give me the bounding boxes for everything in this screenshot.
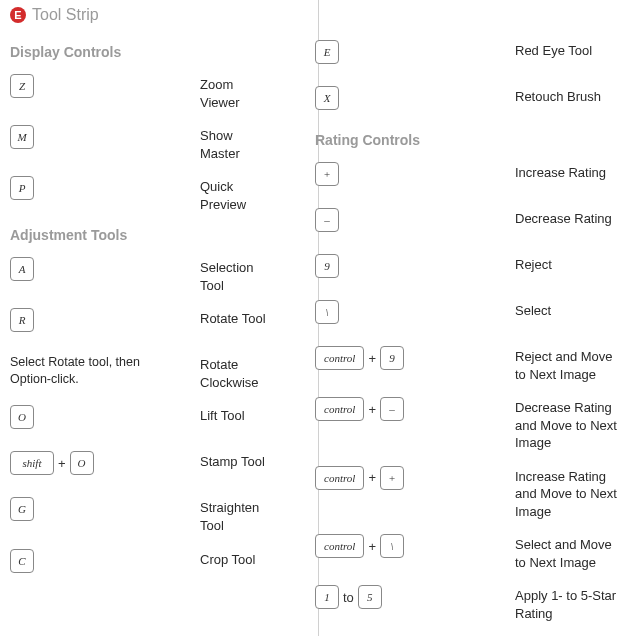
shortcut-row: M Show Master <box>10 125 267 162</box>
key: \ <box>315 300 339 324</box>
key: C <box>10 549 34 573</box>
shortcut-desc: Select <box>515 300 625 320</box>
keys-cell: + <box>315 162 515 186</box>
key: P <box>10 176 34 200</box>
shortcut-desc: Decrease Rating and Move to Next Image <box>515 397 625 452</box>
keys-cell: \ <box>315 300 515 324</box>
shortcut-row: P Quick Preview <box>10 176 267 213</box>
shortcut-desc: Selection Tool <box>200 257 267 294</box>
key: + <box>380 466 404 490</box>
key-control: control <box>315 346 364 370</box>
shortcut-desc: Crop Tool <box>200 549 267 569</box>
key: 9 <box>380 346 404 370</box>
keys-cell: R <box>10 308 200 332</box>
keys-cell: M <box>10 125 200 149</box>
key-shift: shift <box>10 451 54 475</box>
range-connector: to <box>343 590 354 605</box>
section-display-controls: Display Controls <box>10 44 267 60</box>
shortcut-row: control + – Decrease Rating and Move to … <box>315 397 625 452</box>
plus-icon: + <box>368 539 376 554</box>
plus-icon: + <box>368 351 376 366</box>
keys-cell: shift + O <box>10 451 200 475</box>
key-control: control <box>315 466 364 490</box>
shortcut-row: A Selection Tool <box>10 257 267 294</box>
shortcut-row: 9 Reject <box>315 254 625 286</box>
keys-cell: X <box>315 86 515 110</box>
shortcut-row: E Red Eye Tool <box>315 40 625 72</box>
plus-icon: + <box>58 456 66 471</box>
key: 5 <box>358 585 382 609</box>
key: M <box>10 125 34 149</box>
plus-icon: + <box>368 402 376 417</box>
page-columns: Display Controls Z Zoom Viewer M Show Ma… <box>10 40 625 636</box>
key: + <box>315 162 339 186</box>
shortcut-desc: Rotate Tool <box>200 308 267 328</box>
keys-cell: control + + <box>315 466 515 490</box>
shortcut-row: O Lift Tool <box>10 405 267 437</box>
key: A <box>10 257 34 281</box>
shortcut-row: + Increase Rating <box>315 162 625 194</box>
keys-cell: P <box>10 176 200 200</box>
plus-icon: + <box>368 470 376 485</box>
shortcut-row: control + + Increase Rating and Move to … <box>315 466 625 521</box>
shortcut-row: Select Rotate tool, then Option-click. R… <box>10 354 267 391</box>
keys-cell: G <box>10 497 200 521</box>
key: 9 <box>315 254 339 278</box>
key-control: control <box>315 534 364 558</box>
key: \ <box>380 534 404 558</box>
keys-cell: control + – <box>315 397 515 421</box>
keys-cell: 1 to 5 <box>315 585 515 609</box>
shortcut-desc: Straighten Tool <box>200 497 267 534</box>
page-title: Tool Strip <box>32 6 99 24</box>
shortcut-desc: Red Eye Tool <box>515 40 625 60</box>
shortcut-row: R Rotate Tool <box>10 308 267 340</box>
shortcut-row: G Straighten Tool <box>10 497 267 534</box>
shortcut-desc: Decrease Rating <box>515 208 625 228</box>
shortcut-row: shift + O Stamp Tool <box>10 451 267 483</box>
keys-cell: Select Rotate tool, then Option-click. <box>10 354 200 388</box>
key: – <box>315 208 339 232</box>
left-column: Display Controls Z Zoom Viewer M Show Ma… <box>10 40 291 636</box>
key-control: control <box>315 397 364 421</box>
key: R <box>10 308 34 332</box>
key: O <box>70 451 94 475</box>
key: Z <box>10 74 34 98</box>
shortcut-desc: Reject and Move to Next Image <box>515 346 625 383</box>
shortcut-desc: Lift Tool <box>200 405 267 425</box>
key: G <box>10 497 34 521</box>
instruction-text: Select Rotate tool, then Option-click. <box>10 354 170 388</box>
keys-cell: – <box>315 208 515 232</box>
shortcut-row: 1 to 5 Apply 1- to 5-Star Rating <box>315 585 625 622</box>
key: E <box>315 40 339 64</box>
shortcut-desc: Show Master <box>200 125 267 162</box>
key: – <box>380 397 404 421</box>
shortcut-row: \ Select <box>315 300 625 332</box>
keys-cell: control + 9 <box>315 346 515 370</box>
shortcut-desc: Reject <box>515 254 625 274</box>
section-rating-controls: Rating Controls <box>315 132 625 148</box>
keys-cell: C <box>10 549 200 573</box>
right-column: E Red Eye Tool X Retouch Brush Rating Co… <box>291 40 625 636</box>
keys-cell: 9 <box>315 254 515 278</box>
shortcut-desc: Increase Rating <box>515 162 625 182</box>
shortcut-row: control + \ Select and Move to Next Imag… <box>315 534 625 571</box>
shortcut-row: X Retouch Brush <box>315 86 625 118</box>
key: X <box>315 86 339 110</box>
shortcut-desc: Zoom Viewer <box>200 74 267 111</box>
shortcut-row: control + 9 Reject and Move to Next Imag… <box>315 346 625 383</box>
keys-cell: E <box>315 40 515 64</box>
shortcut-desc: Increase Rating and Move to Next Image <box>515 466 625 521</box>
shortcut-desc: Select and Move to Next Image <box>515 534 625 571</box>
keys-cell: Z <box>10 74 200 98</box>
section-adjustment-tools: Adjustment Tools <box>10 227 267 243</box>
shortcut-row: Z Zoom Viewer <box>10 74 267 111</box>
shortcut-desc: Rotate Clockwise <box>200 354 267 391</box>
shortcut-row: C Crop Tool <box>10 549 267 581</box>
keys-cell: A <box>10 257 200 281</box>
shortcut-row: – Decrease Rating <box>315 208 625 240</box>
shortcut-desc: Quick Preview <box>200 176 267 213</box>
key: 1 <box>315 585 339 609</box>
keys-cell: control + \ <box>315 534 515 558</box>
keys-cell: O <box>10 405 200 429</box>
shortcut-desc: Stamp Tool <box>200 451 267 471</box>
